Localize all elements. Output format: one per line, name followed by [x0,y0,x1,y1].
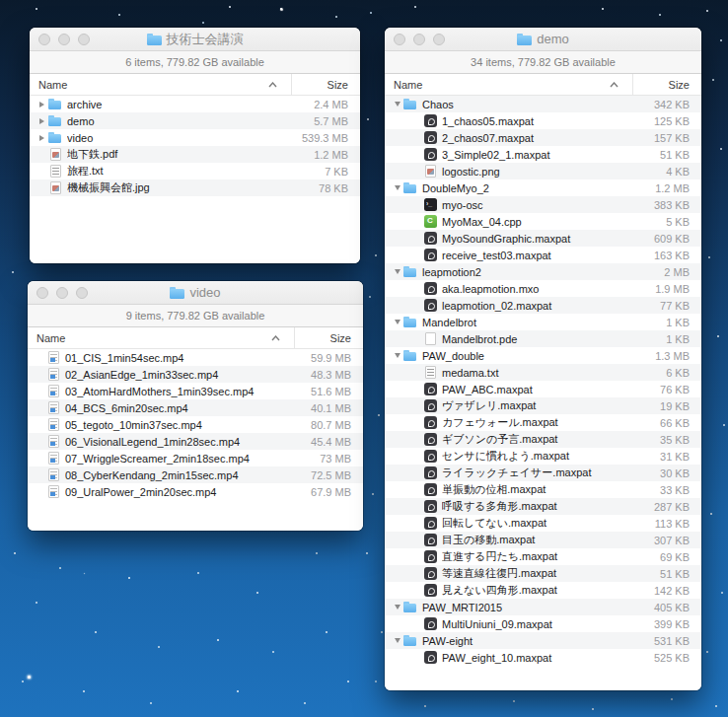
column-header-size[interactable]: Size [291,74,360,95]
disclosure-expanded-icon[interactable] [391,102,403,107]
folder-icon [403,265,417,278]
title-bar[interactable]: video [28,281,363,305]
maxpat-icon [423,517,437,530]
file-row[interactable]: PAW_eight_10.maxpat525 KB [385,649,701,666]
file-size: 48.3 MB [294,369,363,381]
disclosure-collapsed-icon[interactable] [36,135,48,141]
folder-row[interactable]: leapmotion22 MB [385,263,701,280]
disclosure-expanded-icon[interactable] [391,353,403,358]
file-row[interactable]: 06_VisionalLegend_1min28sec.mp445.4 MB [28,433,363,450]
file-row[interactable]: receive_test03.maxpat163 KB [385,247,701,263]
file-row[interactable]: ライラックチェイサー.maxpat30 KB [385,465,701,481]
file-row[interactable]: 地下鉄.pdf1.2 MB [30,146,360,163]
file-row[interactable]: MultiUniuni_09.maxpat399 KB [385,615,701,632]
file-row[interactable]: センサに慣れよう.maxpat31 KB [385,448,701,465]
file-row[interactable]: 等速直線往復円.maxpat51 KB [385,565,701,582]
file-name: 単振動の位相.maxpat [442,482,632,497]
file-row[interactable]: 08_CyberKendang_2min15sec.mp472.5 MB [28,466,363,483]
close-button[interactable] [394,34,405,45]
file-list: Chaos342 KB1_chaos05.maxpat125 KB2_chaos… [385,96,701,690]
folder-row[interactable]: PAW_MRTI2015405 KB [385,599,701,615]
file-row[interactable]: 目玉の移動.maxpat307 KB [385,532,701,548]
zoom-button[interactable] [433,34,445,45]
file-name: leapmotion_02.maxpat [442,300,632,312]
file-row[interactable]: ギブソンの予言.maxpat35 KB [385,431,701,448]
file-row[interactable]: 02_AsianEdge_1min33sec.mp448.3 MB [28,366,363,383]
disclosure-expanded-icon[interactable] [391,320,403,324]
file-row[interactable]: leapmotion_02.maxpat77 KB [385,297,701,314]
disclosure-collapsed-icon[interactable] [36,118,48,124]
zoom-button[interactable] [76,287,88,299]
file-size: 1.2 MB [632,182,701,194]
file-row[interactable]: 09_UralPower_2min20sec.mp467.9 MB [28,483,363,500]
title-bar[interactable]: demo [385,28,701,51]
file-row[interactable]: 単振動の位相.maxpat33 KB [385,481,701,498]
folder-row[interactable]: Mandelbrot1 KB [385,314,701,330]
zoom-button[interactable] [78,34,90,45]
disclosure-collapsed-icon[interactable] [36,102,48,108]
title-bar[interactable]: 技術士会講演 [30,28,360,51]
maxpat-icon [423,299,437,312]
file-row[interactable]: 見えない四角形.maxpat142 KB [385,582,701,599]
folder-row[interactable]: DoubleMyo_21.2 MB [385,179,701,196]
status-text: 34 items, 779.82 GB available [471,56,616,68]
file-name: video [67,132,291,144]
file-row[interactable]: ヴァザレリ.maxpat19 KB [385,397,701,414]
file-size: 163 KB [632,250,701,261]
disclosure-expanded-icon[interactable] [391,605,403,609]
close-button[interactable] [36,287,48,299]
file-row[interactable]: MyoSoundGraphic.maxpat609 KB [385,230,701,247]
file-row[interactable]: 2_chaos07.maxpat157 KB [385,129,701,146]
file-row[interactable]: 1_chaos05.maxpat125 KB [385,112,701,129]
close-button[interactable] [38,34,50,45]
file-row[interactable]: PAW_ABC.maxpat76 KB [385,381,701,397]
file-row[interactable]: medama.txt6 KB [385,364,701,381]
disclosure-expanded-icon[interactable] [391,185,403,190]
file-name: MyoSoundGraphic.maxpat [442,233,632,245]
file-row[interactable]: カフェウォール.maxpat66 KB [385,414,701,431]
folder-row[interactable]: archive2.4 MB [30,96,360,112]
folder-row[interactable]: PAW_double1.3 MB [385,347,701,364]
file-row[interactable]: MyoMax_04.cpp5 KB [385,213,701,230]
minimize-button[interactable] [56,287,68,299]
folder-row[interactable]: Chaos342 KB [385,96,701,112]
maxpat-icon [423,433,437,446]
column-header-name[interactable]: Name [30,74,291,95]
file-name: 1_chaos05.maxpat [442,115,632,127]
file-row[interactable]: aka.leapmotion.mxo1.9 MB [385,280,701,297]
file-name: 08_CyberKendang_2min15sec.mp4 [65,469,294,481]
file-row[interactable]: 呼吸する多角形.maxpat287 KB [385,498,701,515]
minimize-button[interactable] [413,34,425,45]
disclosure-expanded-icon[interactable] [391,638,403,643]
column-header-size[interactable]: Size [632,74,701,95]
file-name: PAW_double [422,350,632,362]
file-row[interactable]: 機械振興会館.jpg78 KB [30,179,360,196]
file-row[interactable]: 直進する円たち.maxpat69 KB [385,548,701,565]
window-title: 技術士会講演 [167,31,244,48]
file-name: 直進する円たち.maxpat [442,549,632,564]
file-row[interactable]: logostic.png4 KB [385,163,701,179]
file-row[interactable]: 03_AtomHardMothers_1min39sec.mp451.6 MB [28,383,363,399]
file-row[interactable]: 07_WriggleScreamer_2min18sec.mp473 MB [28,450,363,466]
maxpat-icon [423,567,437,580]
file-row[interactable]: Mandelbrot.pde1 KB [385,330,701,347]
folder-row[interactable]: demo5.7 MB [30,112,360,129]
file-size: 33 KB [632,484,701,496]
column-header-name[interactable]: Name [385,74,632,95]
file-row[interactable]: 04_BCS_6min20sec.mp440.1 MB [28,399,363,416]
file-row[interactable]: 01_CIS_1min54sec.mp459.9 MB [28,349,363,366]
file-size: 6 KB [632,367,701,379]
file-row[interactable]: 3_Simple02_1.maxpat51 KB [385,146,701,163]
column-header-name[interactable]: Name [28,327,294,348]
minimize-button[interactable] [58,34,70,45]
folder-row[interactable]: PAW-eight531 KB [385,632,701,649]
file-row[interactable]: 回転してない.maxpat113 KB [385,515,701,532]
file-row[interactable]: 旅程.txt7 KB [30,163,360,179]
folder-icon [403,634,417,647]
folder-row[interactable]: video539.3 MB [30,129,360,146]
file-row[interactable]: 05_tegoto_10min37sec.mp480.7 MB [28,416,363,433]
file-row[interactable]: myo-osc383 KB [385,196,701,213]
maxpat-icon [423,114,437,127]
column-header-size[interactable]: Size [294,327,363,348]
disclosure-expanded-icon[interactable] [391,269,403,274]
